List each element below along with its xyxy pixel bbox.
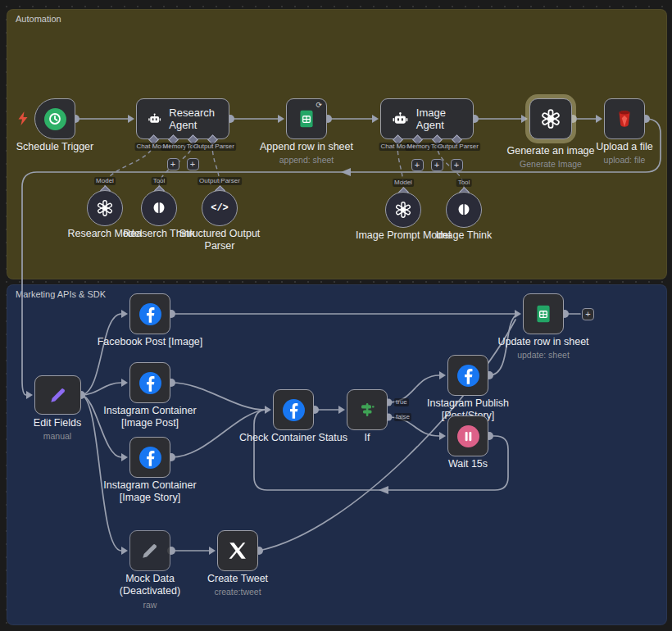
node-title-research-agent: Research Agent [169, 107, 229, 131]
edit-fields-subtitle: manual [16, 431, 98, 442]
add-next-node-button[interactable]: + [582, 308, 594, 320]
openai-icon [95, 198, 115, 218]
node-label-schedule-trigger: Schedule Trigger [0, 141, 112, 153]
node-label-instagram-container-post: Instagram Container [Image Post] [97, 405, 203, 430]
append-sheet-subtitle: append: sheet [249, 155, 364, 166]
subnode-label-image-think: Image Think [415, 229, 513, 242]
port-label-model: Model [393, 179, 414, 187]
port-label-output-parser: Output Parser [192, 143, 236, 151]
node-instagram-container-post[interactable] [129, 362, 170, 403]
node-label-update-sheet: Update row in sheet update: sheet [482, 336, 605, 361]
aws-s3-icon [614, 108, 635, 129]
add-tool-button[interactable]: + [187, 158, 199, 170]
pause-icon [457, 425, 479, 447]
node-label-append-sheet: Append row in sheet append: sheet [249, 141, 364, 166]
mock-data-title: Mock Data (Deactivated) [120, 573, 180, 597]
create-tweet-title: Create Tweet [207, 573, 268, 584]
subnode-structured-output-parser[interactable]: </> [202, 190, 238, 226]
facebook-icon [283, 399, 305, 421]
upload-file-subtitle: upload: file [575, 155, 672, 166]
node-label-edit-fields: Edit Fields manual [16, 417, 98, 442]
node-image-agent[interactable]: Image Agent [380, 98, 474, 139]
node-label-mock-data: Mock Data (Deactivated) raw [105, 573, 195, 610]
update-sheet-title: Update row in sheet [497, 336, 588, 347]
wire-direction-arrows [341, 168, 388, 494]
google-sheets-icon [296, 108, 317, 129]
trigger-spark-icon [17, 111, 29, 125]
robot-icon [148, 110, 161, 128]
subnode-image-prompt-model[interactable] [385, 192, 421, 228]
robot-icon [392, 110, 409, 128]
upload-file-title: Upload a file [596, 141, 653, 152]
node-mock-data[interactable] [129, 530, 170, 571]
node-title-image-agent: Image Agent [416, 107, 473, 131]
facebook-icon [139, 447, 161, 469]
subnode-label-structured-output-parser: Structured Output Parser [175, 228, 265, 253]
openai-icon [539, 107, 562, 130]
port-label-tool: Tool [152, 177, 167, 185]
node-update-row-in-sheet[interactable] [523, 293, 564, 334]
port-label-memory: Memory [406, 143, 433, 151]
node-edit-fields[interactable] [34, 375, 81, 415]
code-parser-icon: </> [211, 202, 229, 214]
port-label-model: Model [94, 177, 116, 185]
workflow-canvas[interactable]: Automation Marketing APIs & SDK [0, 0, 672, 631]
node-if[interactable] [347, 389, 388, 430]
node-label-facebook-post: Facebook Post [Image] [84, 336, 216, 348]
port-label-tool: Tool [456, 179, 472, 187]
node-wait-15s[interactable] [447, 415, 488, 456]
node-label-create-tweet: Create Tweet create:tweet [193, 573, 283, 597]
if-signpost-icon [357, 400, 377, 420]
node-instagram-publish[interactable] [447, 355, 488, 396]
branch-label-false: false [394, 413, 411, 421]
node-label-instagram-container-story: Instagram Container [Image Story] [97, 479, 203, 505]
append-sheet-title: Append row in sheet [260, 141, 353, 152]
mock-data-subtitle: raw [105, 600, 195, 611]
pencil-icon [139, 540, 161, 561]
google-sheets-icon [533, 303, 554, 325]
node-label-wait-15s: Wait 15s [427, 458, 509, 470]
node-schedule-trigger[interactable] [34, 98, 75, 139]
facebook-icon [139, 303, 161, 325]
brain-icon [150, 199, 168, 217]
node-research-agent[interactable]: Research Agent [136, 98, 229, 139]
add-memory-button[interactable]: + [167, 158, 179, 170]
subnode-research-model[interactable] [87, 190, 123, 226]
add-memory-button[interactable]: + [411, 159, 424, 171]
node-generate-an-image[interactable] [529, 98, 572, 139]
port-label-output-parser: Output Parser [198, 177, 242, 185]
edit-fields-title: Edit Fields [34, 417, 81, 429]
node-upload-a-file[interactable] [604, 98, 645, 139]
node-create-tweet[interactable] [217, 530, 258, 571]
brain-icon [455, 201, 473, 219]
add-output-parser-button[interactable]: + [451, 159, 463, 171]
update-sheet-subtitle: update: sheet [482, 350, 605, 361]
create-tweet-subtitle: create:tweet [193, 587, 283, 597]
port-label-output-parser: Output Parser [436, 143, 480, 151]
facebook-icon [457, 365, 479, 387]
facebook-icon [139, 372, 161, 394]
node-label-if: If [343, 432, 392, 444]
loop-badge-icon: ⟳ [316, 102, 322, 109]
node-facebook-post[interactable] [129, 293, 170, 334]
pencil-icon [48, 384, 69, 406]
openai-icon [393, 200, 413, 220]
subnode-image-think[interactable] [446, 192, 482, 228]
x-twitter-icon [227, 540, 248, 561]
add-tool-button[interactable]: + [431, 159, 443, 171]
port-label-memory: Memory [161, 143, 188, 151]
branch-label-true: true [394, 398, 409, 406]
subnode-reaserch-think[interactable] [141, 190, 177, 226]
clock-icon [44, 108, 66, 130]
node-append-row-in-sheet[interactable]: ⟳ [286, 98, 327, 139]
node-check-container-status[interactable] [273, 389, 314, 430]
node-label-upload-file: Upload a file upload: file [575, 141, 672, 166]
connections-layer [0, 0, 672, 631]
node-instagram-container-story[interactable] [129, 437, 170, 478]
